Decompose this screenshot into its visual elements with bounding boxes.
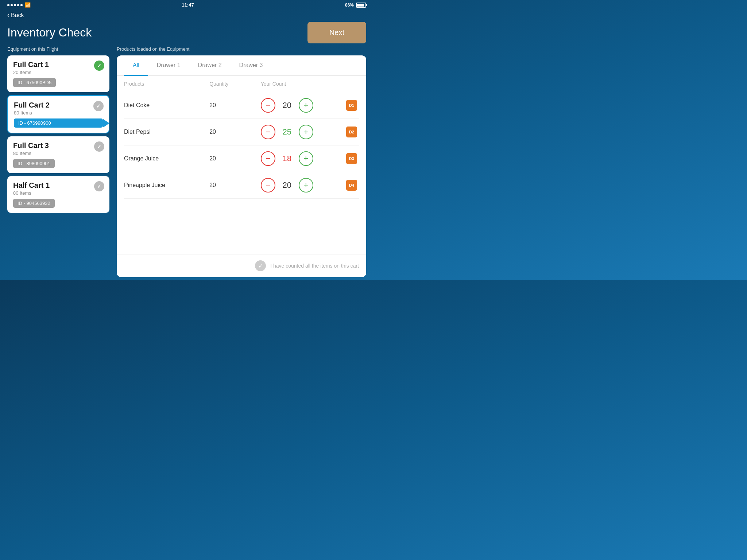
count-control-2: − 18 + bbox=[261, 151, 346, 166]
product-name-3: Pineapple Juice bbox=[124, 182, 209, 188]
confirm-text: I have counted all the items on this car… bbox=[270, 263, 359, 269]
status-bar: 📶 11:47 86% bbox=[0, 0, 374, 10]
table-row-2: Orange Juice 20 − 18 + D3 bbox=[124, 145, 359, 172]
product-name-2: Orange Juice bbox=[124, 155, 209, 162]
table-row-0: Diet Coke 20 − 20 + D1 bbox=[124, 92, 359, 119]
section-labels: Equipment on this Flight Products loaded… bbox=[0, 46, 374, 52]
cart-count-3: 80 Items bbox=[13, 190, 104, 196]
back-button[interactable]: ‹ Back bbox=[0, 10, 374, 20]
cart-item-1[interactable]: ✓ Full Cart 2 80 Items ID - 676990900 bbox=[7, 95, 109, 133]
cart-id-0: ID - 675090BD5 bbox=[13, 78, 56, 87]
cart-count-0: 20 Items bbox=[13, 70, 104, 75]
products-label: Products loaded on the Equipment bbox=[117, 46, 366, 52]
back-chevron-icon: ‹ bbox=[7, 11, 9, 19]
count-value-1: 25 bbox=[281, 127, 293, 137]
col-products: Products bbox=[124, 81, 209, 87]
confirm-check-icon[interactable]: ✓ bbox=[255, 260, 266, 271]
check-icon-1: ✓ bbox=[93, 101, 104, 111]
cart-name-3: Half Cart 1 bbox=[13, 181, 104, 190]
plus-button-2[interactable]: + bbox=[299, 151, 313, 166]
equipment-label: Equipment on this Flight bbox=[7, 46, 117, 52]
product-qty-0: 20 bbox=[209, 102, 261, 109]
plus-button-1[interactable]: + bbox=[299, 125, 313, 139]
count-value-0: 20 bbox=[281, 101, 293, 110]
status-time: 11:47 bbox=[182, 2, 194, 8]
check-icon-0: ✓ bbox=[94, 61, 104, 71]
right-panel: AllDrawer 1Drawer 2Drawer 3 Products Qua… bbox=[117, 55, 366, 277]
cart-id-3: ID - 904563932 bbox=[13, 199, 55, 208]
content-area: ✓ Full Cart 1 20 Items ID - 675090BD5 ✓ … bbox=[0, 55, 374, 277]
cart-id-2: ID - 898090901 bbox=[13, 159, 55, 168]
minus-button-2[interactable]: − bbox=[261, 151, 275, 166]
wifi-icon: 📶 bbox=[25, 2, 31, 8]
col-your-count: Your Count bbox=[261, 81, 346, 87]
cart-name-0: Full Cart 1 bbox=[13, 61, 104, 69]
table-row-3: Pineapple Juice 20 − 20 + D4 bbox=[124, 172, 359, 199]
col-quantity: Quantity bbox=[209, 81, 261, 87]
products-table: Diet Coke 20 − 20 + D1 Diet Pepsi 20 − 2… bbox=[124, 92, 359, 199]
minus-button-1[interactable]: − bbox=[261, 125, 275, 139]
status-left: 📶 bbox=[7, 2, 31, 8]
plus-button-0[interactable]: + bbox=[299, 98, 313, 113]
tab-drawer-3[interactable]: Drawer 3 bbox=[231, 55, 272, 76]
cart-item-3[interactable]: ✓ Half Cart 1 80 Items ID - 904563932 bbox=[7, 176, 109, 213]
cart-count-2: 80 Items bbox=[13, 151, 104, 156]
battery-icon bbox=[356, 3, 366, 8]
product-qty-1: 20 bbox=[209, 129, 261, 135]
battery-text: 86% bbox=[345, 3, 354, 8]
cart-count-1: 80 Items bbox=[14, 110, 103, 116]
next-button[interactable]: Next bbox=[307, 22, 366, 43]
product-qty-2: 20 bbox=[209, 155, 261, 162]
panel-footer: ✓ I have counted all the items on this c… bbox=[117, 254, 366, 277]
count-control-1: − 25 + bbox=[261, 125, 346, 139]
count-value-3: 20 bbox=[281, 180, 293, 190]
plus-button-3[interactable]: + bbox=[299, 178, 313, 192]
page-title: Inventory Check bbox=[7, 26, 92, 39]
table-area: Products Quantity Your Count Diet Coke 2… bbox=[117, 76, 366, 254]
count-value-2: 18 bbox=[281, 154, 293, 163]
check-icon-3: ✓ bbox=[94, 181, 104, 191]
cart-name-1: Full Cart 2 bbox=[14, 101, 103, 109]
drawer-badge-2: D3 bbox=[346, 153, 357, 164]
drawer-badge-0: D1 bbox=[346, 100, 357, 111]
table-header: Products Quantity Your Count bbox=[124, 76, 359, 92]
minus-button-0[interactable]: − bbox=[261, 98, 275, 113]
cart-id-1: ID - 676990900 bbox=[14, 118, 103, 128]
check-icon-2: ✓ bbox=[94, 141, 104, 152]
product-name-1: Diet Pepsi bbox=[124, 129, 209, 135]
minus-button-3[interactable]: − bbox=[261, 178, 275, 192]
product-qty-3: 20 bbox=[209, 182, 261, 188]
table-row-1: Diet Pepsi 20 − 25 + D2 bbox=[124, 119, 359, 145]
cart-item-0[interactable]: ✓ Full Cart 1 20 Items ID - 675090BD5 bbox=[7, 55, 109, 92]
cart-name-2: Full Cart 3 bbox=[13, 141, 104, 150]
cart-item-2[interactable]: ✓ Full Cart 3 80 Items ID - 898090901 bbox=[7, 136, 109, 173]
drawer-badge-3: D4 bbox=[346, 180, 357, 191]
count-control-3: − 20 + bbox=[261, 178, 346, 192]
product-name-0: Diet Coke bbox=[124, 102, 209, 109]
count-control-0: − 20 + bbox=[261, 98, 346, 113]
main-header: Inventory Check Next bbox=[0, 20, 374, 46]
equipment-list: ✓ Full Cart 1 20 Items ID - 675090BD5 ✓ … bbox=[7, 55, 113, 277]
drawer-badge-1: D2 bbox=[346, 127, 357, 137]
tabs: AllDrawer 1Drawer 2Drawer 3 bbox=[117, 55, 366, 76]
back-label: Back bbox=[11, 12, 24, 19]
tab-drawer-2[interactable]: Drawer 2 bbox=[189, 55, 231, 76]
status-right: 86% bbox=[345, 3, 366, 8]
tab-drawer-1[interactable]: Drawer 1 bbox=[148, 55, 189, 76]
tab-all[interactable]: All bbox=[124, 55, 148, 76]
signal-dots bbox=[7, 4, 23, 6]
